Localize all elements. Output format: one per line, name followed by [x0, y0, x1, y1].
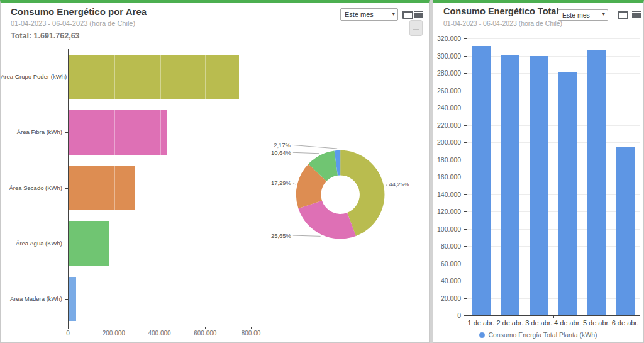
- donut-leader-line: [292, 145, 337, 149]
- y-axis-line: [467, 38, 467, 315]
- gridline: [467, 298, 640, 299]
- y-axis-tick-label: 40.000: [433, 277, 461, 284]
- gridline: [467, 73, 640, 74]
- x-axis-tick: [640, 315, 640, 318]
- y-axis-tick-label: 0: [433, 312, 461, 319]
- donut-percent-label: 17,29%: [271, 179, 292, 186]
- y-axis-tick-label: 260.000: [433, 87, 461, 94]
- y-axis-tick-label: 80.000: [433, 242, 461, 250]
- column-4[interactable]: [587, 50, 606, 315]
- column-2[interactable]: [530, 56, 548, 315]
- y-axis-tick-label: 180.000: [433, 156, 461, 164]
- y-axis-tick-label: 300.000: [433, 52, 461, 60]
- gridline: [467, 91, 640, 91]
- gridline: [467, 229, 640, 230]
- gridline: [467, 38, 640, 39]
- donut-leader-line: [293, 235, 321, 236]
- gridline: [467, 142, 640, 143]
- chart-legend: Consumo Energía Total Planta (kWh): [433, 330, 643, 340]
- donut-percent-label: 2,17%: [274, 142, 291, 149]
- y-axis-tick-label: 220.000: [433, 121, 461, 129]
- gridline: [467, 177, 640, 177]
- column-0[interactable]: [472, 46, 491, 315]
- y-axis-tick-label: 20.000: [433, 295, 461, 302]
- y-axis-tick-label: 120.000: [433, 208, 461, 215]
- donut-percent-label: 25,65%: [271, 232, 292, 239]
- gridline: [467, 281, 640, 281]
- column-1[interactable]: [501, 55, 519, 315]
- y-axis-tick-label: 320.000: [433, 35, 461, 42]
- gridline: [467, 194, 640, 195]
- y-axis-tick-label: 200.000: [433, 138, 461, 146]
- y-axis-tick-label: 60.000: [433, 260, 461, 267]
- panel-consumo-total: Consumo Energético Total Este mes ▾ 01-0…: [433, 0, 644, 343]
- column-3[interactable]: [558, 72, 577, 315]
- area-donut-chart: 44,25%25,65%17,29%10,64%2,17%: [1, 3, 429, 342]
- gridline: [467, 56, 640, 57]
- donut-leader-line: [293, 152, 319, 153]
- x-axis-category-label: 6 de abr.: [608, 319, 643, 327]
- gridline: [467, 160, 640, 160]
- y-axis-tick-label: 160.000: [433, 173, 461, 181]
- gridline: [467, 246, 640, 247]
- x-axis-line: [467, 315, 640, 316]
- y-axis-tick-label: 280.000: [433, 69, 461, 77]
- y-axis-tick-label: 100.000: [433, 225, 461, 233]
- column-5[interactable]: [616, 147, 635, 315]
- gridline: [467, 211, 640, 212]
- donut-percent-label: 10,64%: [271, 149, 292, 156]
- y-axis-tick-label: 240.000: [433, 104, 461, 111]
- donut-leader-line: [386, 184, 387, 186]
- y-axis-tick-label: 140.000: [433, 191, 461, 198]
- total-column-chart: 020.00040.00060.00080.000100.000120.0001…: [433, 3, 643, 342]
- legend-label: Consumo Energía Total Planta (kWh): [488, 331, 597, 339]
- donut-percent-label: 44,25%: [389, 181, 409, 188]
- panel-consumo-por-area: Consumo Energético por Area Este mes ▾ 0…: [0, 0, 430, 343]
- donut-leader-line: [293, 183, 296, 184]
- donut-slice-1[interactable]: [298, 201, 356, 239]
- gridline: [467, 125, 640, 126]
- gridline: [467, 264, 640, 264]
- legend-dot-icon: [479, 332, 485, 338]
- gridline: [467, 108, 640, 108]
